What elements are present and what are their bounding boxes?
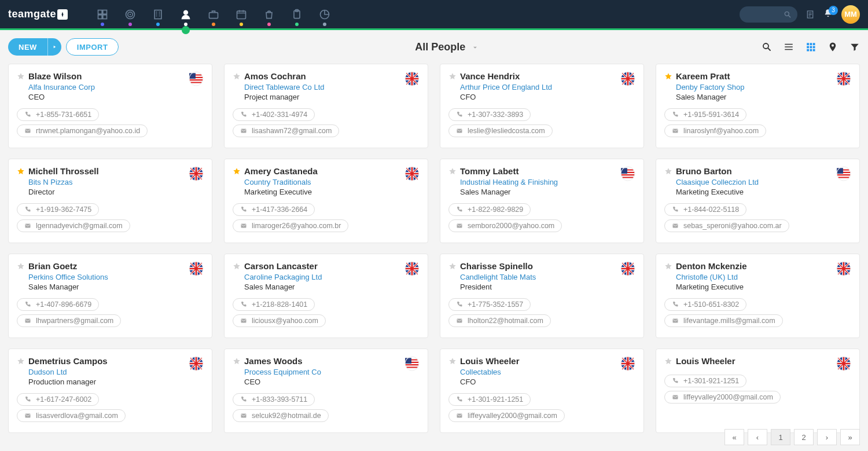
person-name[interactable]: Amos Cochran: [244, 71, 325, 81]
star-icon[interactable]: [664, 357, 672, 368]
phone-chip[interactable]: +1-833-393-5711: [233, 393, 315, 406]
person-name[interactable]: Carson Lancaster: [244, 261, 322, 271]
nav-reports[interactable]: [311, 0, 339, 30]
person-name[interactable]: Tommy Labett: [460, 166, 558, 176]
person-name[interactable]: Charisse Spinello: [460, 261, 536, 271]
person-card[interactable]: Blaze Wilson Alfa Insurance Corp CEO +1-…: [8, 64, 212, 148]
person-card[interactable]: Charisse Spinello Candlelight Table Mats…: [440, 254, 644, 338]
star-icon[interactable]: [448, 72, 457, 83]
person-company[interactable]: Industrial Heating & Finishing: [460, 178, 558, 186]
nav-dashboard[interactable]: [89, 0, 116, 30]
star-icon[interactable]: [448, 357, 457, 368]
grid-view-icon[interactable]: [806, 42, 816, 52]
nav-goals[interactable]: [116, 0, 144, 30]
star-icon[interactable]: [448, 167, 457, 178]
page-2[interactable]: 2: [794, 429, 814, 445]
phone-chip[interactable]: +1-307-332-3893: [448, 108, 531, 121]
person-company[interactable]: Perkins Office Solutions: [28, 273, 108, 281]
page-first[interactable]: «: [724, 429, 744, 445]
email-chip[interactable]: lifevantage.mills@gmail.com: [664, 314, 783, 327]
phone-chip[interactable]: +1-822-982-9829: [448, 203, 531, 216]
phone-chip[interactable]: +1-844-022-5118: [664, 203, 746, 216]
person-company[interactable]: Caroline Packaging Ltd: [244, 273, 322, 281]
phone-chip[interactable]: +1-855-731-6651: [17, 108, 99, 121]
person-name[interactable]: Michell Throssell: [28, 166, 99, 176]
person-name[interactable]: Louis Wheeler: [460, 356, 520, 366]
nav-deals[interactable]: [200, 0, 227, 30]
nav-companies[interactable]: [144, 0, 172, 30]
email-chip[interactable]: lisashawn72@gmail.com: [233, 124, 339, 137]
email-chip[interactable]: rtrwnet.plamongan@yahoo.co.id: [17, 124, 148, 137]
filter-icon[interactable]: [849, 42, 860, 52]
person-card[interactable]: Denton Mckenzie Christofle (UK) Ltd Mark…: [656, 254, 860, 338]
person-card[interactable]: Louis Wheeler +1-301-921-1251 liffeyvall…: [656, 349, 860, 433]
person-company[interactable]: Process Equipment Co: [244, 368, 321, 376]
person-card[interactable]: James Woods Process Equipment Co CEO +1-…: [224, 349, 428, 433]
list-view-icon[interactable]: [784, 42, 794, 52]
person-card[interactable]: Tommy Labett Industrial Heating & Finish…: [440, 159, 644, 243]
star-icon[interactable]: [17, 262, 25, 273]
phone-chip[interactable]: +1-301-921-1251: [448, 393, 531, 406]
phone-chip[interactable]: +1-407-896-6679: [17, 298, 99, 311]
title-dropdown[interactable]: [472, 44, 479, 51]
star-icon[interactable]: [17, 167, 25, 178]
person-name[interactable]: Brian Goetz: [28, 261, 108, 271]
star-icon[interactable]: [664, 262, 672, 273]
email-chip[interactable]: liffeyvalley2000@gmail.com: [448, 409, 565, 422]
person-card[interactable]: Demetrius Campos Dudson Ltd Production m…: [8, 349, 212, 433]
person-company[interactable]: Country Traditionals: [244, 178, 318, 186]
page-next[interactable]: ›: [817, 429, 837, 445]
notifications-button[interactable]: 3: [823, 8, 833, 21]
user-avatar[interactable]: MM: [841, 5, 860, 24]
person-name[interactable]: Bruno Barton: [676, 166, 759, 176]
star-icon[interactable]: [664, 167, 672, 178]
email-chip[interactable]: limaroger26@yahoo.com.br: [233, 219, 348, 232]
phone-chip[interactable]: +1-417-336-2664: [233, 203, 315, 216]
email-chip[interactable]: lisasverdlova@gmail.com: [17, 409, 126, 422]
person-company[interactable]: Candlelight Table Mats: [460, 273, 536, 281]
star-icon[interactable]: [233, 262, 241, 273]
person-name[interactable]: Amery Castaneda: [244, 166, 318, 176]
person-name[interactable]: Demetrius Campos: [28, 356, 108, 366]
nav-people[interactable]: [172, 0, 200, 30]
star-icon[interactable]: [664, 72, 672, 83]
star-icon[interactable]: [233, 357, 241, 368]
global-search[interactable]: [740, 6, 797, 23]
person-card[interactable]: Carson Lancaster Caroline Packaging Ltd …: [224, 254, 428, 338]
phone-chip[interactable]: +1-919-362-7475: [17, 203, 99, 216]
star-icon[interactable]: [17, 357, 25, 368]
person-card[interactable]: Louis Wheeler Collectables CFO +1-301-92…: [440, 349, 644, 433]
phone-chip[interactable]: +1-301-921-1251: [664, 375, 746, 387]
person-name[interactable]: Louis Wheeler: [676, 356, 735, 366]
nav-products[interactable]: [255, 0, 283, 30]
person-card[interactable]: Bruno Barton Claasique Colleczion Ltd Ma…: [656, 159, 860, 243]
email-chip[interactable]: lgennadyevich@gmail.com: [17, 219, 130, 232]
person-name[interactable]: James Woods: [244, 356, 321, 366]
phone-chip[interactable]: +1-218-828-1401: [233, 298, 315, 311]
person-company[interactable]: Collectables: [460, 368, 520, 376]
phone-chip[interactable]: +1-775-352-1557: [448, 298, 531, 311]
person-card[interactable]: Vance Hendrix Arthur Price Of England Lt…: [440, 64, 644, 148]
person-card[interactable]: Brian Goetz Perkins Office Solutions Sal…: [8, 254, 212, 338]
phone-chip[interactable]: +1-915-591-3614: [664, 108, 746, 121]
person-company[interactable]: Direct Tableware Co Ltd: [244, 83, 325, 91]
person-name[interactable]: Kareem Pratt: [676, 71, 745, 81]
page-last[interactable]: »: [840, 429, 860, 445]
person-name[interactable]: Denton Mckenzie: [676, 261, 747, 271]
map-view-icon[interactable]: [827, 42, 838, 52]
phone-chip[interactable]: +1-510-651-8302: [664, 298, 746, 311]
person-company[interactable]: Alfa Insurance Corp: [28, 83, 95, 91]
page-prev[interactable]: ‹: [748, 429, 767, 445]
star-icon[interactable]: [17, 72, 25, 83]
email-chip[interactable]: lhwpartners@gmail.com: [17, 314, 121, 327]
star-icon[interactable]: [448, 262, 457, 273]
email-chip[interactable]: leslie@lesliedcosta.com: [448, 124, 553, 137]
person-company[interactable]: Dudson Ltd: [28, 368, 108, 376]
person-name[interactable]: Blaze Wilson: [28, 71, 95, 81]
star-icon[interactable]: [233, 72, 241, 83]
email-chip[interactable]: liciousx@yahoo.com: [233, 314, 326, 327]
person-card[interactable]: Michell Throssell Bits N Pizzas Director…: [8, 159, 212, 243]
nav-quotes[interactable]: [283, 0, 311, 30]
brand-logo[interactable]: teamgate: [8, 8, 68, 20]
nav-calendar[interactable]: [227, 0, 255, 30]
